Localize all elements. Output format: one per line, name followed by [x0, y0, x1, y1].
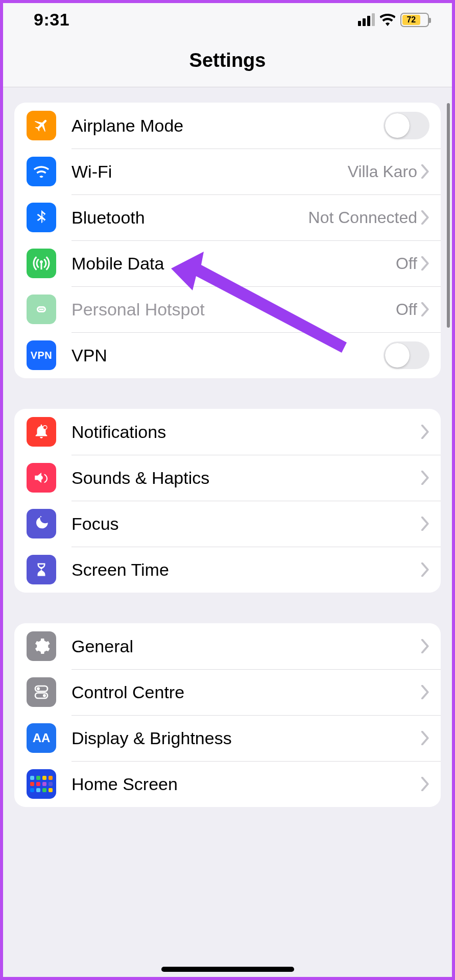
row-value: Off [396, 254, 417, 273]
vpn-toggle[interactable] [384, 341, 429, 369]
row-value: Not Connected [308, 208, 417, 227]
row-wifi[interactable]: Wi-Fi Villa Karo [14, 149, 441, 194]
row-display-brightness[interactable]: AA Display & Brightness [14, 715, 441, 761]
row-bluetooth[interactable]: Bluetooth Not Connected [14, 194, 441, 240]
status-bar: 9:31 72 [3, 3, 452, 36]
chevron-right-icon [421, 302, 429, 316]
row-label: Mobile Data [71, 254, 396, 274]
airplane-icon [27, 111, 56, 140]
row-general[interactable]: General [14, 623, 441, 669]
row-label: Screen Time [71, 560, 421, 580]
row-screen-time[interactable]: Screen Time [14, 547, 441, 593]
row-label: VPN [71, 346, 384, 365]
bell-icon [27, 417, 56, 447]
text-size-icon: AA [27, 723, 56, 753]
home-indicator[interactable] [161, 967, 294, 972]
row-airplane-mode[interactable]: Airplane Mode [14, 103, 441, 149]
chevron-right-icon [421, 639, 429, 653]
row-personal-hotspot[interactable]: Personal Hotspot Off [14, 286, 441, 332]
chevron-right-icon [421, 517, 429, 531]
gear-icon [27, 631, 56, 661]
chevron-right-icon [421, 425, 429, 439]
svg-point-5 [43, 694, 46, 697]
vpn-icon: VPN [27, 340, 56, 370]
row-home-screen[interactable]: Home Screen [14, 761, 441, 807]
settings-content[interactable]: Airplane Mode Wi-Fi Villa Karo Bluetooth… [3, 87, 452, 972]
row-label: Bluetooth [71, 208, 308, 228]
app-grid-icon [27, 769, 56, 799]
chevron-right-icon [421, 562, 429, 577]
switches-icon [27, 677, 56, 707]
bluetooth-icon [27, 203, 56, 232]
link-icon [27, 295, 56, 324]
wifi-status-icon [380, 14, 395, 26]
moon-icon [27, 509, 56, 538]
row-label: Notifications [71, 422, 421, 442]
chevron-right-icon [421, 777, 429, 791]
chevron-right-icon [421, 256, 429, 271]
chevron-right-icon [421, 685, 429, 699]
row-label: Focus [71, 514, 421, 534]
wifi-icon [27, 157, 56, 186]
chevron-right-icon [421, 164, 429, 179]
svg-point-3 [37, 687, 40, 690]
hourglass-icon [27, 555, 56, 584]
row-label: Sounds & Haptics [71, 468, 421, 488]
row-label: Display & Brightness [71, 728, 421, 748]
speaker-icon [27, 463, 56, 493]
row-label: Airplane Mode [71, 116, 384, 136]
row-mobile-data[interactable]: Mobile Data Off [14, 240, 441, 286]
settings-group-connectivity: Airplane Mode Wi-Fi Villa Karo Bluetooth… [14, 103, 441, 378]
row-value: Villa Karo [348, 162, 417, 181]
status-indicators: 72 [358, 13, 429, 27]
row-label: Wi-Fi [71, 162, 348, 182]
row-focus[interactable]: Focus [14, 501, 441, 547]
scroll-indicator[interactable] [447, 103, 450, 328]
status-time: 9:31 [34, 10, 69, 30]
battery-level: 72 [402, 15, 420, 25]
row-label: General [71, 636, 421, 656]
chevron-right-icon [421, 731, 429, 745]
row-value: Off [396, 300, 417, 319]
airplane-mode-toggle[interactable] [384, 112, 429, 139]
chevron-right-icon [421, 471, 429, 485]
settings-group-device: General Control Centre AA Display & Brig… [14, 623, 441, 807]
page-title: Settings [3, 50, 452, 71]
nav-header: Settings [3, 36, 452, 87]
settings-group-alerts: Notifications Sounds & Haptics Focus [14, 409, 441, 593]
row-notifications[interactable]: Notifications [14, 409, 441, 455]
row-sounds-haptics[interactable]: Sounds & Haptics [14, 455, 441, 501]
antenna-icon [27, 249, 56, 278]
cellular-signal-icon [358, 13, 375, 26]
row-label: Personal Hotspot [71, 300, 396, 320]
row-vpn[interactable]: VPN VPN [14, 332, 441, 378]
row-control-centre[interactable]: Control Centre [14, 669, 441, 715]
svg-point-1 [43, 426, 46, 429]
battery-icon: 72 [400, 13, 429, 27]
row-label: Control Centre [71, 682, 421, 702]
row-label: Home Screen [71, 774, 421, 794]
chevron-right-icon [421, 210, 429, 225]
